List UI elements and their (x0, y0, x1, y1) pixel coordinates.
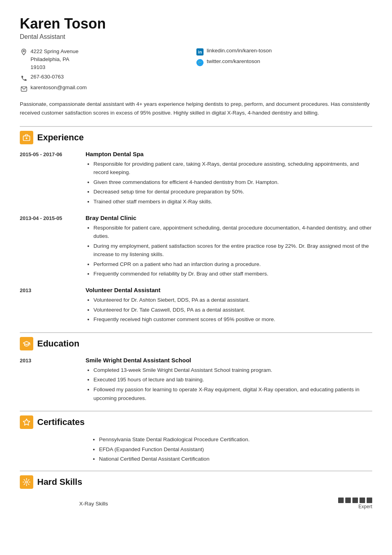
exp2-bullet-4: Frequently commended for reliability by … (93, 270, 372, 278)
email-item: karentoson@gmail.com (20, 84, 196, 93)
exp2-bullet-2: During my employment, patient satisfacti… (93, 242, 372, 259)
edu1-bullets: Completed 13-week Smile Wright Dental As… (86, 366, 372, 402)
skill-dot-4 (360, 498, 365, 503)
cert-3: National Certified Dental Assistant Cert… (99, 455, 372, 463)
experience-title: Experience (37, 132, 84, 143)
certificates-title: Certificates (37, 417, 85, 427)
resume-name: Karen Toson (20, 16, 372, 32)
linkedin-icon: in (196, 48, 204, 56)
exp3-bullets: Volunteered for Dr. Ashton Siebert, DDS,… (86, 296, 372, 324)
cert-1: Pennsylvania State Dental Radiological P… (99, 435, 372, 444)
twitter-item: 🐦 twitter.com/karentoson (196, 58, 372, 67)
skill-dot-5 (367, 498, 372, 503)
phone-icon (20, 74, 28, 82)
exp2-bullets: Responsible for patient care, appointmen… (86, 224, 372, 279)
resume-title: Dental Assistant (20, 33, 372, 40)
skill-level-1: Expert (358, 504, 372, 509)
exp1-bullet-1: Responsible for providing patient care, … (93, 160, 372, 177)
exp3-org: Volunteer Dental Assistant (86, 287, 372, 293)
address-text: 4222 Spring Avenue Philadelphia, PA 1910… (30, 48, 78, 72)
exp3-date: 2013 (20, 287, 79, 325)
certificates-section-header: Certificates (20, 411, 372, 429)
exp2-org: Bray Dental Clinic (86, 214, 372, 221)
exp3-bullet-1: Volunteered for Dr. Ashton Siebert, DDS,… (93, 296, 372, 304)
phone-item: 267-630-0763 (20, 74, 196, 82)
exp3-bullet-2: Volunteered for Dr. Tate Caswell, DDS, P… (93, 306, 372, 314)
linkedin-item: in linkedin.com/in/karen-toson (196, 48, 372, 56)
email-icon (20, 85, 28, 93)
skill-dots-1 (338, 498, 372, 503)
exp3-content: Volunteer Dental Assistant Volunteered f… (86, 287, 372, 325)
skill-dot-3 (352, 498, 358, 503)
edu1-bullet-3: Followed my passion for learning to oper… (93, 385, 372, 402)
experience-entries: 2015-05 - 2017-06 Hampton Dental Spa Res… (20, 151, 372, 325)
education-title: Education (37, 339, 79, 349)
hard-skills-title: Hard Skills (37, 477, 82, 487)
edu1-date: 2013 (20, 357, 79, 404)
edu1-bullet-2: Executed 195 hours of lecture and lab tr… (93, 375, 372, 384)
experience-icon (20, 131, 33, 144)
contact-col-left: 4222 Spring Avenue Philadelphia, PA 1910… (20, 48, 196, 93)
experience-entry-3: 2013 Volunteer Dental Assistant Voluntee… (20, 287, 372, 325)
exp1-bullets: Responsible for providing patient care, … (86, 160, 372, 206)
skill-rating-1: Expert (338, 498, 372, 509)
skill-row-1: X-Ray Skills Expert (20, 495, 372, 512)
svg-marker-5 (23, 419, 30, 425)
linkedin-text: linkedin.com/in/karen-toson (207, 48, 272, 54)
edu1-bullet-1: Completed 13-week Smile Wright Dental As… (93, 366, 372, 375)
exp1-org: Hampton Dental Spa (86, 151, 372, 157)
certificates-icon (20, 415, 33, 429)
address-item: 4222 Spring Avenue Philadelphia, PA 1910… (20, 48, 196, 72)
skill-dot-2 (345, 498, 351, 503)
contact-section: 4222 Spring Avenue Philadelphia, PA 1910… (20, 48, 372, 93)
contact-col-right: in linkedin.com/in/karen-toson 🐦 twitter… (196, 48, 372, 93)
experience-section-header: Experience (20, 126, 372, 144)
summary-text: Passionate, compassionate dental assista… (20, 100, 372, 117)
exp1-bullet-2: Given three commendations for efficient … (93, 178, 372, 187)
experience-entry-2: 2013-04 - 2015-05 Bray Dental Clinic Res… (20, 214, 372, 280)
email-text: karentoson@gmail.com (30, 84, 87, 90)
education-entry-1: 2013 Smile Wright Dental Assistant Schoo… (20, 357, 372, 404)
twitter-text: twitter.com/karentoson (207, 58, 260, 64)
edu1-org: Smile Wright Dental Assistant School (86, 357, 372, 364)
svg-point-0 (23, 50, 25, 52)
phone-text: 267-630-0763 (30, 74, 64, 80)
location-icon (20, 48, 28, 56)
skill-dot-1 (338, 498, 344, 503)
education-icon (20, 337, 33, 350)
exp2-bullet-1: Responsible for patient care, appointmen… (93, 224, 372, 241)
hard-skills-section-header: Hard Skills (20, 471, 372, 489)
education-section-header: Education (20, 332, 372, 350)
exp1-bullet-3: Decreased setup time for dental procedur… (93, 188, 372, 196)
twitter-icon: 🐦 (196, 59, 204, 67)
education-entries: 2013 Smile Wright Dental Assistant Schoo… (20, 357, 372, 404)
cert-2: EFDA (Expanded Function Dental Assistant… (99, 445, 372, 454)
exp2-bullet-3: Performed CPR on a patient who had an in… (93, 260, 372, 269)
experience-entry-1: 2015-05 - 2017-06 Hampton Dental Spa Res… (20, 151, 372, 207)
exp1-content: Hampton Dental Spa Responsible for provi… (86, 151, 372, 207)
exp2-date: 2013-04 - 2015-05 (20, 214, 79, 280)
certificates-list: Pennsylvania State Dental Radiological P… (20, 435, 372, 463)
exp1-bullet-4: Trained other staff members in digital X… (93, 197, 372, 206)
hard-skills-icon (20, 475, 33, 489)
exp1-date: 2015-05 - 2017-06 (20, 151, 79, 207)
skill-name-1: X-Ray Skills (79, 501, 108, 507)
edu1-content: Smile Wright Dental Assistant School Com… (86, 357, 372, 404)
svg-point-6 (26, 481, 28, 483)
exp2-content: Bray Dental Clinic Responsible for patie… (86, 214, 372, 280)
exp3-bullet-3: Frequently received high customer commen… (93, 315, 372, 324)
